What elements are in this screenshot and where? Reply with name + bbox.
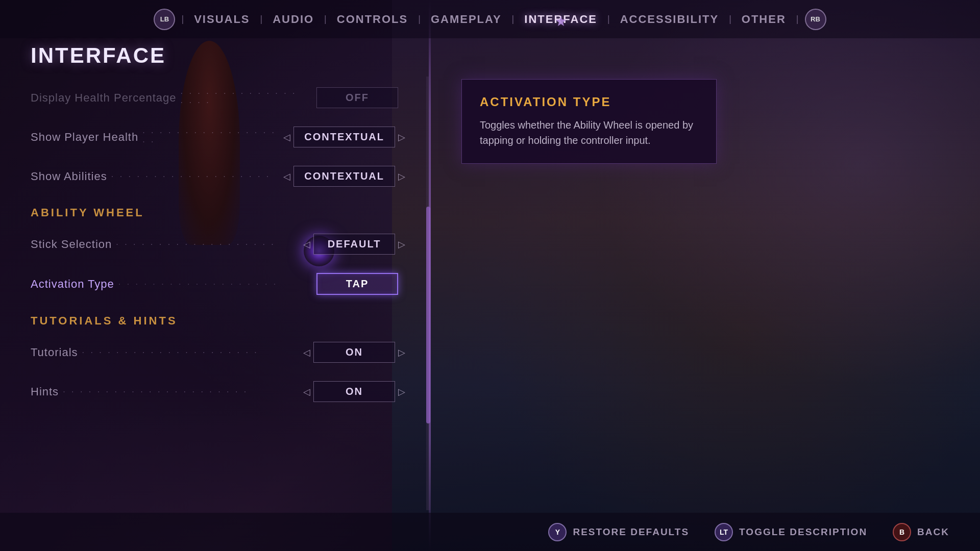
tooltip-title: ACTIVATION TYPE: [480, 95, 698, 109]
back-label: BACK: [917, 527, 949, 538]
player-health-label: Show Player Health: [31, 131, 138, 144]
restore-defaults-action[interactable]: Y RESTORE DEFAULTS: [548, 523, 689, 541]
show-abilities-value[interactable]: CONTEXTUAL: [293, 166, 395, 187]
stick-selection-value[interactable]: DEFAULT: [313, 234, 395, 255]
restore-defaults-label: RESTORE DEFAULTS: [573, 527, 689, 538]
show-abilities-control[interactable]: ◁ CONTEXTUAL ▷: [280, 166, 408, 187]
nav-item-gameplay[interactable]: GAMEPLAY: [423, 9, 510, 30]
tutorials-hints-section-header: TUTORIALS & HINTS: [31, 304, 408, 333]
player-health-arrow-left[interactable]: ◁: [280, 132, 293, 143]
display-health-control[interactable]: OFF: [306, 87, 408, 108]
nav-item-other[interactable]: OTHER: [733, 9, 794, 30]
show-abilities-arrow-left[interactable]: ◁: [280, 171, 293, 182]
nav-sep-1: |: [181, 14, 184, 24]
dots-activation-type: · · · · · · · · · · · · · · · · · · ·: [118, 280, 302, 289]
dots-player-health: · · · · · · · · · · · · · · · · · ·: [142, 128, 276, 146]
nav-item-visuals[interactable]: VISUALS: [186, 9, 258, 30]
setting-row-display-health[interactable]: Display Health Percentage · · · · · · · …: [31, 78, 408, 117]
b-button: B: [893, 523, 911, 541]
setting-row-show-abilities[interactable]: Show Abilities · · · · · · · · · · · · ·…: [31, 157, 408, 196]
stick-selection-control[interactable]: ◁ DEFAULT ▷: [300, 234, 408, 255]
tutorials-control[interactable]: ◁ ON ▷: [300, 342, 408, 363]
rb-button[interactable]: RB: [805, 9, 826, 30]
hints-value[interactable]: ON: [313, 381, 395, 402]
dots-stick-selection: · · · · · · · · · · · · · · · · · · ·: [116, 240, 296, 249]
hints-arrow-right[interactable]: ▷: [395, 386, 408, 397]
nav-sep-3: |: [324, 14, 327, 24]
top-navigation: LB | VISUALS | AUDIO | CONTROLS | GAMEPL…: [0, 0, 980, 38]
player-health-arrow-right[interactable]: ▷: [395, 132, 408, 143]
nav-sep-6: |: [607, 14, 610, 24]
svg-marker-0: [556, 16, 566, 26]
right-panel: ACTIVATION TYPE Toggles whether the Abil…: [431, 38, 980, 551]
tutorials-arrow-left[interactable]: ◁: [300, 347, 313, 358]
left-panel: INTERFACE Display Health Percentage · · …: [0, 0, 429, 551]
page-title: INTERFACE: [31, 43, 408, 68]
nav-item-accessibility[interactable]: ACCESSIBILITY: [612, 9, 727, 30]
player-health-value[interactable]: CONTEXTUAL: [293, 127, 395, 147]
nav-sep-4: |: [418, 14, 421, 24]
toggle-description-label: TOGGLE DESCRIPTION: [739, 527, 867, 538]
y-button: Y: [548, 523, 567, 541]
player-health-control[interactable]: ◁ CONTEXTUAL ▷: [280, 127, 408, 147]
nav-sep-7: |: [729, 14, 731, 24]
stick-selection-arrow-right[interactable]: ▷: [395, 239, 408, 250]
bottom-bar: Y RESTORE DEFAULTS LT TOGGLE DESCRIPTION…: [0, 513, 980, 551]
lb-button[interactable]: LB: [154, 9, 175, 30]
hints-label: Hints: [31, 385, 59, 398]
show-abilities-label: Show Abilities: [31, 170, 107, 183]
show-abilities-arrow-right[interactable]: ▷: [395, 171, 408, 182]
dots-tutorials: · · · · · · · · · · · · · · · · · · · · …: [82, 348, 296, 357]
stick-selection-label: Stick Selection: [31, 238, 112, 251]
activation-type-control[interactable]: TAP: [306, 273, 408, 295]
settings-list: Display Health Percentage · · · · · · · …: [31, 78, 408, 411]
dots-show-abilities: · · · · · · · · · · · · · · · · · · ·: [111, 172, 277, 181]
tutorials-arrow-right[interactable]: ▷: [395, 347, 408, 358]
nav-item-audio[interactable]: AUDIO: [264, 9, 322, 30]
ability-wheel-section-header: ABILITY WHEEL: [31, 196, 408, 224]
display-health-label: Display Health Percentage: [31, 91, 176, 105]
hints-arrow-left[interactable]: ◁: [300, 386, 313, 397]
hints-control[interactable]: ◁ ON ▷: [300, 381, 408, 402]
scrollbar[interactable]: [426, 77, 430, 510]
dots-display-health: · · · · · · · · · · · · · · · · · ·: [180, 89, 302, 107]
setting-row-player-health[interactable]: Show Player Health · · · · · · · · · · ·…: [31, 117, 408, 157]
display-health-value[interactable]: OFF: [316, 87, 398, 108]
tooltip-description: Toggles whether the Ability Wheel is ope…: [480, 117, 698, 148]
dots-hints: · · · · · · · · · · · · · · · · · · · · …: [63, 387, 296, 396]
nav-sep-5: |: [512, 14, 514, 24]
tutorials-value[interactable]: ON: [313, 342, 395, 363]
toggle-description-action[interactable]: LT TOGGLE DESCRIPTION: [715, 523, 867, 541]
nav-item-controls[interactable]: CONTROLS: [329, 9, 416, 30]
lt-button: LT: [715, 523, 733, 541]
tooltip-box: ACTIVATION TYPE Toggles whether the Abil…: [461, 79, 717, 164]
setting-row-tutorials[interactable]: Tutorials · · · · · · · · · · · · · · · …: [31, 333, 408, 372]
active-nav-indicator: [556, 16, 566, 26]
setting-row-hints[interactable]: Hints · · · · · · · · · · · · · · · · · …: [31, 372, 408, 411]
tutorials-label: Tutorials: [31, 346, 78, 359]
setting-row-stick-selection[interactable]: Stick Selection · · · · · · · · · · · · …: [31, 224, 408, 264]
nav-sep-2: |: [260, 14, 263, 24]
setting-row-activation-type[interactable]: Activation Type · · · · · · · · · · · · …: [31, 264, 408, 304]
scrollbar-thumb[interactable]: [426, 207, 430, 423]
stick-selection-arrow-left[interactable]: ◁: [300, 239, 313, 250]
activation-type-value[interactable]: TAP: [316, 273, 398, 295]
activation-type-label: Activation Type: [31, 278, 114, 291]
back-action[interactable]: B BACK: [893, 523, 949, 541]
nav-sep-8: |: [796, 14, 799, 24]
